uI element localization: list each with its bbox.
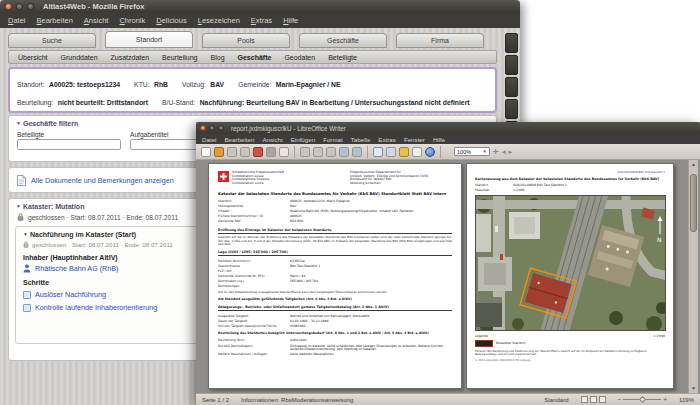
print-icon[interactable]: [266, 147, 276, 157]
browser-page-tab[interactable]: Geschäfte: [299, 33, 387, 48]
section-paragraph: Gestützt auf die im Rahmen der Erstellun…: [218, 236, 452, 247]
scrollbar[interactable]: ▲ ▼: [688, 160, 698, 393]
lock-icon: [17, 213, 24, 221]
legend-label: Legende: [475, 334, 488, 338]
report-title: Kataster der belasteten Standorte des Bu…: [218, 192, 452, 197]
field-row: StandortA00025: testoeps1234, Marin-Epag…: [218, 200, 452, 204]
legend-item-label: Belasteter Standort: [496, 341, 525, 345]
sub-nav-item[interactable]: Zusatzdaten: [111, 54, 150, 61]
window-title: Altlast4Web - Mozilla Firefox: [43, 2, 145, 11]
menu-item[interactable]: Chronik: [119, 16, 145, 25]
browser-page-tab[interactable]: Standort: [105, 31, 193, 48]
zoom-in-icon[interactable]: ✛: [493, 147, 499, 157]
menu-item[interactable]: Extras: [251, 16, 272, 25]
menu-item[interactable]: Bearbeiten: [224, 136, 254, 143]
sub-nav-item[interactable]: Geodaten: [284, 54, 315, 61]
inhaber-link[interactable]: Rhätische Bahn AG (RhB): [35, 264, 119, 273]
table-icon[interactable]: [373, 147, 383, 157]
view-layout-icons[interactable]: [581, 396, 606, 403]
menu-item[interactable]: Tabelle: [351, 136, 371, 143]
map-title: Kartenauszug aus dem Kataster der belast…: [475, 177, 665, 181]
cut-icon[interactable]: [300, 147, 310, 157]
info-pair: KTU: RhB: [134, 73, 168, 91]
forward-arrow-icon[interactable]: ▸: [508, 147, 512, 157]
field-row: Ausgeübte TätigkeitBetrieb und Unterhalt…: [218, 315, 452, 319]
scrollbar-thumb[interactable]: [690, 174, 697, 232]
redo-icon[interactable]: [352, 147, 362, 157]
field-row: Koordinaten (ca.)565'000 / 205'704: [218, 280, 452, 284]
print-preview-icon[interactable]: [279, 147, 289, 157]
field-row: StandortGVA/20110608 BAV Test Standort 1: [475, 184, 665, 188]
map-scale: 1:2'000: [654, 334, 665, 338]
gallery-icon[interactable]: [399, 147, 409, 157]
lock-icon: [23, 241, 29, 248]
field-row: Beurteilung (B/U)siehe oben: [218, 339, 452, 343]
writer-window: report.jxdmkiguscrlkU - LibreOffice Writ…: [196, 122, 700, 405]
sub-nav-item[interactable]: Geschäfte: [238, 54, 272, 61]
schritt-link[interactable]: Auslöser Nachführung: [35, 290, 106, 299]
toolbar-icon-group: [201, 146, 443, 158]
save-icon[interactable]: [227, 147, 237, 157]
sub-nav-item[interactable]: Beurteilung: [162, 54, 197, 61]
undo-icon[interactable]: [339, 147, 349, 157]
browser-page-tab[interactable]: Suche: [8, 33, 96, 48]
menu-item[interactable]: Hilfe: [283, 16, 298, 25]
menu-item[interactable]: Datei: [8, 16, 26, 25]
sub-nav-item[interactable]: Beteiligte: [328, 54, 357, 61]
bold-heading: Beurteilung des Standortes bezüglich Unt…: [218, 332, 452, 336]
new-document-icon[interactable]: [201, 147, 211, 157]
show-all-documents-link[interactable]: Alle Dokumente und Bemerkungen anzeigen: [31, 176, 174, 185]
find-icon[interactable]: [412, 147, 422, 157]
sub-nav-item[interactable]: Grunddaten: [61, 54, 98, 61]
hyperlink-icon[interactable]: [386, 147, 396, 157]
close-button[interactable]: [5, 3, 12, 10]
menu-item[interactable]: Format: [323, 136, 343, 143]
zoom-combo[interactable]: 100% ▼: [454, 147, 490, 156]
menu-item[interactable]: Lesezeichen: [198, 16, 240, 25]
menu-item[interactable]: Extras: [378, 136, 396, 143]
zoom-out-icon[interactable]: −: [618, 396, 622, 403]
document-icon: [17, 175, 26, 186]
menu-item[interactable]: Ansicht: [262, 136, 282, 143]
zoom-in-icon[interactable]: +: [663, 396, 667, 403]
sub-nav-item[interactable]: Blog: [211, 54, 225, 61]
zoom-slider-knob[interactable]: [639, 395, 646, 402]
zoom-slider[interactable]: − +: [618, 396, 668, 403]
menu-item[interactable]: Ansicht: [84, 16, 109, 25]
paste-icon[interactable]: [326, 147, 336, 157]
fields-taetigkeit: Ausgeübte TätigkeitBetrieb und Unterhalt…: [218, 315, 452, 329]
menu-item[interactable]: Fenster: [404, 136, 425, 143]
navigator-icon[interactable]: [425, 147, 435, 157]
export-pdf-icon[interactable]: [253, 147, 263, 157]
scroll-down-icon[interactable]: ▼: [689, 384, 698, 393]
info-pair: Beurteilung: nicht beurteilt: Drittstand…: [17, 91, 148, 109]
copy-icon[interactable]: [313, 147, 323, 157]
minimize-button[interactable]: [209, 125, 215, 131]
menu-item[interactable]: Bearbeiten: [37, 16, 73, 25]
schritt-link[interactable]: Kontrolle laufende Inhaberorientierung: [35, 303, 157, 312]
menu-item[interactable]: Einfügen: [291, 136, 315, 143]
close-button[interactable]: [200, 125, 206, 131]
maximize-button[interactable]: [218, 125, 224, 131]
back-arrow-icon[interactable]: ◂: [502, 147, 506, 157]
email-icon[interactable]: [240, 147, 250, 157]
browser-page-tab[interactable]: Firma: [396, 33, 484, 48]
paragraph: Die für den Katastereintrag massgebende …: [218, 291, 452, 295]
swiss-flag-icon: [218, 171, 229, 182]
task-icon: [23, 291, 31, 299]
kataster-status: geschlossen · Start: 08.07.2011 · Ende: …: [28, 214, 178, 221]
menu-item[interactable]: Hilfe: [433, 136, 445, 143]
scroll-up-icon[interactable]: ▲: [689, 160, 698, 169]
writer-toolbar: 100% ▼ ✛ ◂ ▸: [196, 144, 700, 160]
department-lines: Eidgenössisches Departement für Umwelt, …: [350, 171, 452, 186]
sub-nav-item[interactable]: Übersicht: [18, 54, 48, 61]
browser-page-tab[interactable]: Pools: [202, 33, 290, 48]
menu-item[interactable]: Datei: [202, 136, 216, 143]
writer-titlebar: report.jxdmkiguscrlkU - LibreOffice Writ…: [196, 122, 700, 134]
beteiligte-input[interactable]: [17, 139, 121, 150]
maximize-button[interactable]: [27, 3, 34, 10]
minimize-button[interactable]: [16, 3, 23, 10]
menu-item[interactable]: Delicious: [156, 16, 186, 25]
field-row: Gemeinde BAVBZA BAV: [218, 220, 452, 224]
open-folder-icon[interactable]: [214, 147, 224, 157]
